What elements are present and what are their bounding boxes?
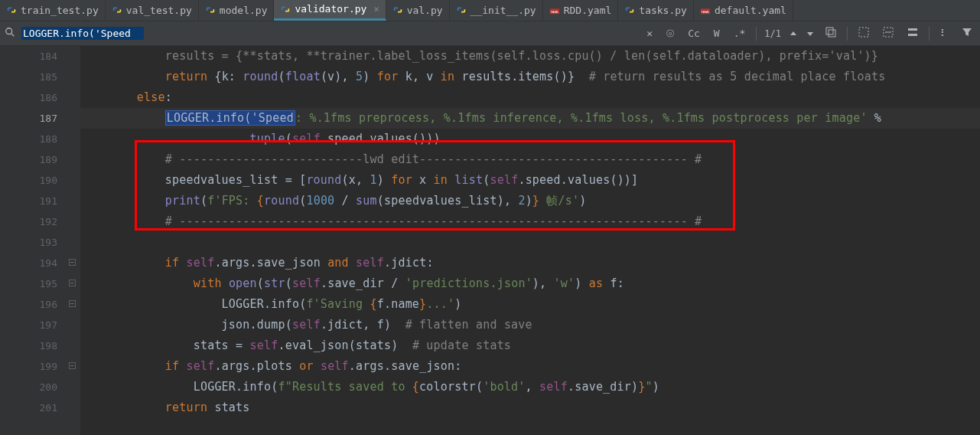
line-number: 187 [0, 108, 62, 129]
svg-rect-19 [908, 34, 917, 36]
line-number: 188 [0, 129, 62, 149]
divider [847, 27, 848, 41]
svg-rect-18 [908, 28, 917, 31]
line-number: 194− [0, 253, 62, 273]
python-file-icon [456, 5, 467, 15]
regex-toggle[interactable]: .* [731, 26, 749, 41]
tab-validator[interactable]: validator.py × [274, 0, 386, 21]
tab-default-yaml[interactable]: YAML default.yaml [694, 0, 793, 21]
prev-match-button[interactable] [789, 29, 798, 38]
tab-label: model.py [220, 5, 268, 16]
tab-val-test[interactable]: val_test.py [106, 0, 199, 21]
filter-icon[interactable] [959, 25, 975, 41]
svg-point-11 [6, 28, 12, 34]
fold-toggle[interactable]: − [69, 280, 76, 286]
code-line: # --------------------------lwd edit----… [80, 149, 980, 170]
code-line: return {k: round(float(v), 5) for k, v i… [80, 67, 980, 87]
code-line: tuple(self.speed.values())) [80, 129, 980, 149]
code-line: results = {**stats, **trainer.label_loss… [80, 46, 980, 67]
select-all-button[interactable] [822, 25, 839, 41]
line-number: 191 [0, 191, 62, 211]
divider [929, 27, 930, 41]
line-number: 201 [0, 397, 62, 418]
tab-train-test[interactable]: train_test.py [0, 0, 106, 21]
tab-label: default.yaml [715, 5, 786, 16]
code-line: json.dump(self.jdict, f) # flatten and s… [80, 315, 980, 335]
line-number: 197 [0, 315, 62, 335]
fold-toggle[interactable]: − [69, 259, 76, 266]
line-number: 196− [0, 294, 62, 315]
line-number: 193 [0, 232, 62, 253]
code-line: # --------------------------------------… [80, 211, 980, 232]
svg-text:YAML: YAML [550, 10, 559, 14]
close-icon[interactable]: × [373, 4, 379, 15]
line-number: 190 [0, 170, 62, 191]
tab-label: train_test.py [21, 5, 99, 16]
code-line: return stats [80, 397, 980, 418]
more-options-button[interactable]: ⠇ [937, 26, 951, 41]
python-file-icon [280, 4, 291, 15]
clear-search-icon[interactable]: ✕ [643, 26, 656, 41]
tab-model[interactable]: model.py [199, 0, 275, 21]
svg-text:YAML: YAML [701, 10, 710, 14]
divider [756, 27, 757, 41]
line-number: 200 [0, 377, 62, 397]
next-match-button[interactable] [806, 29, 815, 38]
tab-label: validator.py [295, 3, 366, 15]
match-case-toggle[interactable]: Cc [685, 26, 703, 41]
add-selection-button[interactable] [855, 25, 872, 41]
editor-tabs: train_test.py val_test.py model.py valid… [0, 0, 980, 21]
tab-init[interactable]: __init__.py [450, 0, 543, 21]
line-number: 185 [0, 67, 62, 87]
line-number: 198 [0, 335, 62, 356]
search-input[interactable]: LOGGER.info('Speed [21, 27, 144, 40]
remove-selection-button[interactable] [880, 25, 897, 41]
line-number: 189 [0, 149, 62, 170]
yaml-file-icon: YAML [700, 5, 711, 15]
code-line: else: [80, 87, 980, 108]
python-file-icon [205, 5, 216, 15]
code-line: speedvalues_list = [round(x, 1) for x in… [80, 170, 980, 191]
tab-val[interactable]: val.py [386, 0, 450, 21]
search-controls: ✕ ⦾ Cc W .* 1/1 ⠇ [643, 25, 975, 41]
code-line: LOGGER.info(f'Saving {f.name}...') [80, 294, 980, 315]
code-area[interactable]: results = {**stats, **trainer.label_loss… [80, 46, 980, 435]
python-file-icon [392, 5, 403, 15]
tab-tasks[interactable]: tasks.py [618, 0, 694, 21]
tab-label: tasks.py [639, 5, 687, 16]
fold-toggle[interactable]: − [69, 362, 76, 369]
line-number: 199− [0, 356, 62, 377]
tab-label: __init__.py [470, 5, 536, 16]
code-line: print(f'FPS: {round(1000 / sum(speedvalu… [80, 191, 980, 211]
python-file-icon [6, 5, 17, 15]
svg-rect-15 [859, 28, 868, 37]
python-file-icon [112, 5, 122, 15]
previous-search-icon[interactable]: ⦾ [663, 26, 677, 41]
code-line: stats = self.eval_json(stats) # update s… [80, 335, 980, 356]
code-line: LOGGER.info(f"Results saved to {colorstr… [80, 377, 980, 397]
find-bar: LOGGER.info('Speed ✕ ⦾ Cc W .* 1/1 ⠇ [0, 21, 980, 46]
tab-label: RDD.yaml [564, 5, 612, 16]
python-file-icon [624, 5, 635, 15]
fold-toggle[interactable]: − [69, 300, 76, 307]
whole-word-toggle[interactable]: W [711, 26, 723, 41]
code-editor[interactable]: 184185186187188189190191192193194−195−19… [0, 46, 980, 435]
line-number: 192 [0, 211, 62, 232]
match-count: 1/1 [764, 28, 781, 39]
svg-rect-13 [826, 28, 833, 34]
tab-label: val_test.py [126, 5, 192, 16]
code-line: if self.args.plots or self.args.save_jso… [80, 356, 980, 377]
line-number: 186 [0, 87, 62, 108]
svg-line-12 [11, 34, 15, 37]
tab-label: val.py [407, 5, 443, 16]
line-number: 195− [0, 273, 62, 294]
code-line: LOGGER.info('Speed: %.1fms preprocess, %… [80, 108, 980, 129]
code-line [80, 232, 980, 253]
line-number: 184 [0, 46, 62, 67]
code-line: if self.args.save_json and self.jdict: [80, 253, 980, 273]
tab-rdd-yaml[interactable]: YAML RDD.yaml [543, 0, 619, 21]
toggle-selection-button[interactable] [904, 25, 921, 41]
yaml-file-icon: YAML [549, 5, 560, 15]
search-icon [5, 27, 15, 40]
svg-rect-14 [829, 30, 835, 37]
